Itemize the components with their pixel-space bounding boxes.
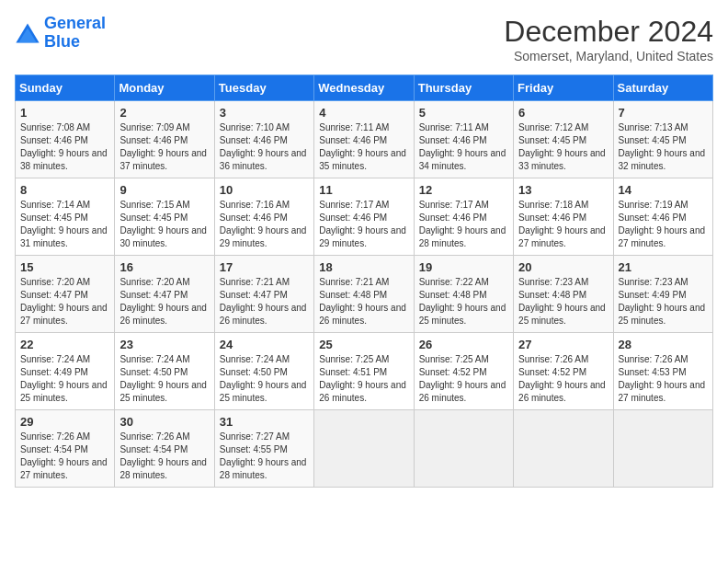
day-info: Sunrise: 7:26 AMSunset: 4:52 PMDaylight:…	[518, 353, 608, 405]
day-number: 7	[619, 106, 708, 120]
day-number: 15	[20, 260, 109, 274]
day-number: 23	[119, 338, 209, 351]
table-row: 25Sunrise: 7:25 AMSunset: 4:51 PMDayligh…	[314, 333, 414, 410]
day-number: 25	[319, 338, 408, 351]
day-number: 2	[119, 106, 209, 120]
table-row: 16Sunrise: 7:20 AMSunset: 4:47 PMDayligh…	[115, 256, 214, 333]
logo-text: General Blue	[44, 15, 106, 52]
day-info: Sunrise: 7:09 AMSunset: 4:46 PMDaylight:…	[119, 121, 209, 173]
month-title: December 2024	[504, 15, 713, 49]
day-info: Sunrise: 7:26 AMSunset: 4:54 PMDaylight:…	[20, 431, 109, 482]
day-info: Sunrise: 7:14 AMSunset: 4:45 PMDaylight:…	[20, 199, 109, 250]
day-info: Sunrise: 7:10 AMSunset: 4:46 PMDaylight:…	[220, 121, 309, 173]
table-row: 11Sunrise: 7:17 AMSunset: 4:46 PMDayligh…	[314, 178, 414, 256]
table-row: 1Sunrise: 7:08 AMSunset: 4:46 PMDaylight…	[16, 101, 115, 178]
day-number: 14	[619, 183, 708, 197]
day-info: Sunrise: 7:24 AMSunset: 4:50 PMDaylight:…	[220, 353, 309, 405]
table-row: 30Sunrise: 7:26 AMSunset: 4:54 PMDayligh…	[115, 410, 214, 488]
logo-icon	[15, 20, 40, 46]
table-row: 7Sunrise: 7:13 AMSunset: 4:45 PMDaylight…	[613, 101, 712, 178]
table-row: 21Sunrise: 7:23 AMSunset: 4:49 PMDayligh…	[613, 256, 712, 333]
day-info: Sunrise: 7:23 AMSunset: 4:49 PMDaylight:…	[619, 276, 708, 327]
day-info: Sunrise: 7:22 AMSunset: 4:48 PMDaylight:…	[419, 276, 508, 327]
table-row: 26Sunrise: 7:25 AMSunset: 4:52 PMDayligh…	[414, 333, 513, 410]
day-info: Sunrise: 7:12 AMSunset: 4:45 PMDaylight:…	[518, 121, 608, 173]
day-number: 4	[319, 106, 408, 120]
table-row: 5Sunrise: 7:11 AMSunset: 4:46 PMDaylight…	[414, 101, 513, 178]
table-row: 17Sunrise: 7:21 AMSunset: 4:47 PMDayligh…	[214, 256, 313, 333]
day-info: Sunrise: 7:08 AMSunset: 4:46 PMDaylight:…	[20, 121, 109, 173]
table-row: 24Sunrise: 7:24 AMSunset: 4:50 PMDayligh…	[214, 333, 313, 410]
day-number: 20	[518, 260, 608, 274]
day-number: 17	[220, 260, 309, 274]
day-info: Sunrise: 7:17 AMSunset: 4:46 PMDaylight:…	[319, 199, 408, 250]
col-header-thursday: Thursday	[414, 75, 513, 101]
day-number: 10	[220, 183, 309, 197]
day-info: Sunrise: 7:21 AMSunset: 4:47 PMDaylight:…	[220, 276, 309, 327]
day-number: 21	[619, 260, 708, 274]
day-info: Sunrise: 7:15 AMSunset: 4:45 PMDaylight:…	[119, 199, 209, 250]
table-row: 28Sunrise: 7:26 AMSunset: 4:53 PMDayligh…	[613, 333, 712, 410]
day-number: 12	[419, 183, 508, 197]
title-block: December 2024 Somerset, Maryland, United…	[504, 15, 713, 63]
day-number: 8	[20, 183, 109, 197]
table-row: 6Sunrise: 7:12 AMSunset: 4:45 PMDaylight…	[514, 101, 613, 178]
subtitle: Somerset, Maryland, United States	[504, 49, 713, 63]
table-row: 14Sunrise: 7:19 AMSunset: 4:46 PMDayligh…	[613, 178, 712, 256]
table-row: 31Sunrise: 7:27 AMSunset: 4:55 PMDayligh…	[214, 410, 313, 488]
day-info: Sunrise: 7:21 AMSunset: 4:48 PMDaylight:…	[319, 276, 408, 327]
table-row: 19Sunrise: 7:22 AMSunset: 4:48 PMDayligh…	[414, 256, 513, 333]
table-row: 8Sunrise: 7:14 AMSunset: 4:45 PMDaylight…	[16, 178, 115, 256]
day-info: Sunrise: 7:18 AMSunset: 4:46 PMDaylight:…	[518, 199, 608, 250]
day-number: 1	[20, 106, 109, 120]
day-info: Sunrise: 7:19 AMSunset: 4:46 PMDaylight:…	[619, 199, 708, 250]
day-info: Sunrise: 7:25 AMSunset: 4:52 PMDaylight:…	[419, 353, 508, 405]
day-number: 30	[119, 415, 209, 429]
day-info: Sunrise: 7:25 AMSunset: 4:51 PMDaylight:…	[319, 353, 408, 405]
table-row: 22Sunrise: 7:24 AMSunset: 4:49 PMDayligh…	[16, 333, 115, 410]
day-info: Sunrise: 7:23 AMSunset: 4:48 PMDaylight:…	[518, 276, 608, 327]
day-info: Sunrise: 7:20 AMSunset: 4:47 PMDaylight:…	[119, 276, 209, 327]
day-number: 22	[20, 338, 109, 351]
day-number: 13	[518, 183, 608, 197]
table-row: 15Sunrise: 7:20 AMSunset: 4:47 PMDayligh…	[16, 256, 115, 333]
day-number: 3	[220, 106, 309, 120]
table-row: 20Sunrise: 7:23 AMSunset: 4:48 PMDayligh…	[514, 256, 613, 333]
col-header-sunday: Sunday	[16, 75, 115, 101]
day-info: Sunrise: 7:27 AMSunset: 4:55 PMDaylight:…	[220, 431, 309, 482]
day-number: 6	[518, 106, 608, 120]
day-info: Sunrise: 7:16 AMSunset: 4:46 PMDaylight:…	[220, 199, 309, 250]
table-row	[314, 410, 414, 488]
col-header-saturday: Saturday	[613, 75, 712, 101]
day-number: 16	[119, 260, 209, 274]
col-header-tuesday: Tuesday	[214, 75, 313, 101]
table-row: 4Sunrise: 7:11 AMSunset: 4:46 PMDaylight…	[314, 101, 414, 178]
table-row	[414, 410, 513, 488]
table-row	[613, 410, 712, 488]
day-number: 18	[319, 260, 408, 274]
day-number: 24	[220, 338, 309, 351]
day-number: 19	[419, 260, 508, 274]
day-info: Sunrise: 7:11 AMSunset: 4:46 PMDaylight:…	[319, 121, 408, 173]
table-row: 29Sunrise: 7:26 AMSunset: 4:54 PMDayligh…	[16, 410, 115, 488]
day-number: 26	[419, 338, 508, 351]
day-info: Sunrise: 7:17 AMSunset: 4:46 PMDaylight:…	[419, 199, 508, 250]
day-info: Sunrise: 7:26 AMSunset: 4:54 PMDaylight:…	[119, 431, 209, 482]
table-row	[514, 410, 613, 488]
day-number: 29	[20, 415, 109, 429]
table-row: 13Sunrise: 7:18 AMSunset: 4:46 PMDayligh…	[514, 178, 613, 256]
col-header-friday: Friday	[514, 75, 613, 101]
table-row: 10Sunrise: 7:16 AMSunset: 4:46 PMDayligh…	[214, 178, 313, 256]
day-number: 28	[619, 338, 708, 351]
day-info: Sunrise: 7:26 AMSunset: 4:53 PMDaylight:…	[619, 353, 708, 405]
day-info: Sunrise: 7:24 AMSunset: 4:50 PMDaylight:…	[119, 353, 209, 405]
day-number: 27	[518, 338, 608, 351]
col-header-wednesday: Wednesday	[314, 75, 414, 101]
calendar-table: SundayMondayTuesdayWednesdayThursdayFrid…	[15, 75, 713, 488]
table-row: 18Sunrise: 7:21 AMSunset: 4:48 PMDayligh…	[314, 256, 414, 333]
table-row: 23Sunrise: 7:24 AMSunset: 4:50 PMDayligh…	[115, 333, 214, 410]
day-info: Sunrise: 7:13 AMSunset: 4:45 PMDaylight:…	[619, 121, 708, 173]
day-info: Sunrise: 7:20 AMSunset: 4:47 PMDaylight:…	[20, 276, 109, 327]
day-number: 9	[119, 183, 209, 197]
day-info: Sunrise: 7:24 AMSunset: 4:49 PMDaylight:…	[20, 353, 109, 405]
